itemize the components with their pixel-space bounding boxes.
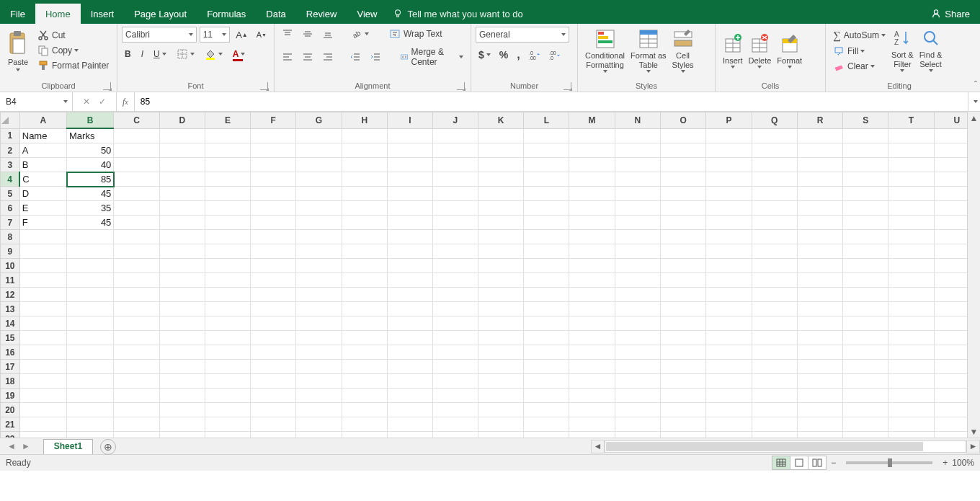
cell-P20[interactable] [706, 403, 752, 417]
cell-L3[interactable] [524, 158, 569, 172]
number-format-combo[interactable]: General [476, 27, 569, 43]
cell-D10[interactable] [159, 259, 205, 273]
share-button[interactable]: Share [921, 4, 980, 24]
cell-J2[interactable] [432, 143, 478, 158]
cell-E18[interactable] [205, 374, 250, 389]
cell-A22[interactable] [19, 432, 66, 438]
cell-A19[interactable] [19, 389, 66, 403]
cell-O10[interactable] [661, 259, 706, 273]
cell-G20[interactable] [296, 403, 342, 417]
cell-A9[interactable] [19, 244, 66, 259]
cell-D15[interactable] [159, 331, 205, 345]
cell-Q15[interactable] [752, 331, 797, 345]
cell-R18[interactable] [797, 374, 842, 389]
cell-E15[interactable] [205, 331, 250, 345]
cell-L20[interactable] [524, 403, 569, 417]
cell-R1[interactable] [797, 128, 842, 143]
cell-I1[interactable] [387, 128, 432, 143]
cell-B6[interactable]: 35 [67, 201, 114, 216]
number-dialog-launcher[interactable] [564, 82, 571, 90]
cell-P15[interactable] [706, 331, 752, 345]
alignment-dialog-launcher[interactable] [457, 82, 465, 90]
cell-H14[interactable] [342, 316, 387, 331]
bold-button[interactable]: B [122, 48, 134, 61]
cell-D9[interactable] [159, 244, 205, 259]
cell-M15[interactable] [569, 331, 615, 345]
row-header-10[interactable]: 10 [1, 259, 20, 273]
cell-M2[interactable] [569, 143, 615, 158]
cell-G21[interactable] [296, 417, 342, 432]
cell-L12[interactable] [524, 288, 569, 302]
cell-M18[interactable] [569, 374, 615, 389]
cell-O22[interactable] [661, 432, 706, 438]
column-header-D[interactable]: D [159, 112, 205, 129]
cell-E2[interactable] [205, 143, 250, 158]
cell-O8[interactable] [661, 230, 706, 244]
cell-B15[interactable] [67, 331, 114, 345]
cell-T16[interactable] [888, 345, 934, 360]
cell-A3[interactable]: B [19, 158, 66, 172]
cell-O17[interactable] [661, 360, 706, 374]
cell-S20[interactable] [843, 403, 888, 417]
cell-B10[interactable] [67, 259, 114, 273]
column-header-K[interactable]: K [478, 112, 523, 129]
cell-H22[interactable] [342, 432, 387, 438]
font-name-combo[interactable]: Calibri [122, 27, 197, 43]
cell-B16[interactable] [67, 345, 114, 360]
cell-B18[interactable] [67, 374, 114, 389]
tab-formulas[interactable]: Formulas [197, 4, 256, 24]
cell-N6[interactable] [615, 201, 660, 216]
cell-I21[interactable] [387, 417, 432, 432]
row-header-3[interactable]: 3 [1, 158, 20, 172]
cell-R13[interactable] [797, 302, 842, 316]
fx-icon[interactable]: fx [117, 92, 135, 111]
conditional-formatting-button[interactable]: Conditional Formatting [582, 27, 628, 74]
cell-Q20[interactable] [752, 403, 797, 417]
cell-D4[interactable] [159, 172, 205, 187]
cell-D11[interactable] [159, 273, 205, 288]
cell-E8[interactable] [205, 230, 250, 244]
cell-R6[interactable] [797, 201, 842, 216]
cell-I2[interactable] [387, 143, 432, 158]
cell-N5[interactable] [615, 187, 660, 201]
cell-P3[interactable] [706, 158, 752, 172]
cell-R20[interactable] [797, 403, 842, 417]
cell-R21[interactable] [797, 417, 842, 432]
cell-A16[interactable] [19, 345, 66, 360]
cell-T3[interactable] [888, 158, 934, 172]
cell-H9[interactable] [342, 244, 387, 259]
cell-F11[interactable] [251, 273, 296, 288]
cell-B7[interactable]: 45 [67, 216, 114, 230]
cell-J11[interactable] [432, 273, 478, 288]
cell-N4[interactable] [615, 172, 660, 187]
cell-J1[interactable] [432, 128, 478, 143]
cell-P1[interactable] [706, 128, 752, 143]
cell-P5[interactable] [706, 187, 752, 201]
cell-B4[interactable]: 85 [67, 172, 114, 187]
row-header-14[interactable]: 14 [1, 316, 20, 331]
cell-F4[interactable] [251, 172, 296, 187]
align-right-button[interactable] [319, 50, 337, 64]
cell-C7[interactable] [114, 216, 159, 230]
cell-Q2[interactable] [752, 143, 797, 158]
cell-styles-button[interactable]: Cell Styles [669, 27, 697, 74]
cell-P13[interactable] [706, 302, 752, 316]
cell-P11[interactable] [706, 273, 752, 288]
cell-F19[interactable] [251, 389, 296, 403]
cell-H7[interactable] [342, 216, 387, 230]
cell-P14[interactable] [706, 316, 752, 331]
collapse-ribbon-button[interactable]: ˆ [974, 80, 977, 90]
cell-K15[interactable] [478, 331, 523, 345]
cell-O2[interactable] [661, 143, 706, 158]
cell-T8[interactable] [888, 230, 934, 244]
find-select-button[interactable]: Find & Select [917, 27, 945, 74]
cell-R22[interactable] [797, 432, 842, 438]
cell-J6[interactable] [432, 201, 478, 216]
column-header-L[interactable]: L [524, 112, 569, 129]
cell-O18[interactable] [661, 374, 706, 389]
cell-A14[interactable] [19, 316, 66, 331]
cell-E21[interactable] [205, 417, 250, 432]
cell-E22[interactable] [205, 432, 250, 438]
cell-T14[interactable] [888, 316, 934, 331]
zoom-slider[interactable] [846, 461, 932, 464]
